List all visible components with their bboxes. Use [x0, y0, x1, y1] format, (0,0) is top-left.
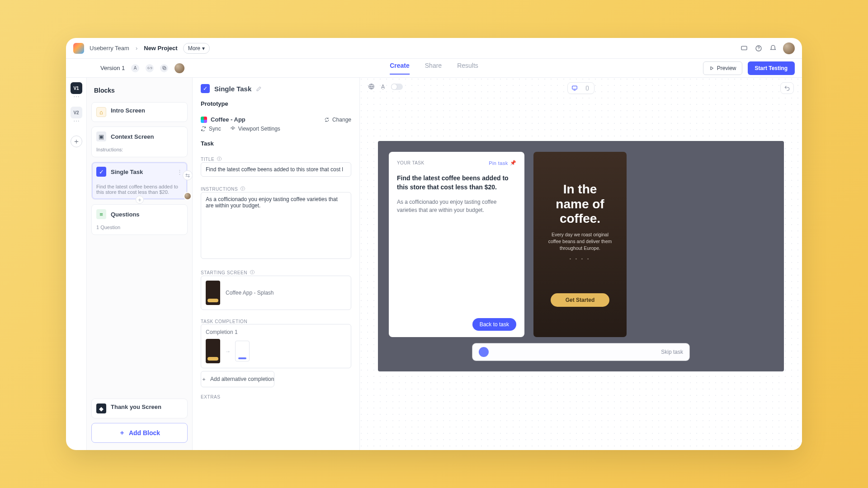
mobile-icon[interactable]: [583, 84, 591, 92]
plus-icon: ＋: [201, 375, 207, 383]
sync-button[interactable]: Sync: [201, 126, 221, 132]
drag-handle-icon[interactable]: ⇆: [183, 170, 193, 180]
version-rail: V1 ⋯ V2 ⋯ ＋: [66, 78, 87, 450]
block-questions-sub: 1 Question: [96, 225, 120, 230]
notifications-icon[interactable]: [769, 44, 778, 53]
starting-screen-label: STARTING SCREEN ⓘ: [201, 269, 351, 276]
block-context-screen[interactable]: ▣ Context Screen Instructions:: [91, 127, 188, 157]
progress-dot-icon: [479, 347, 489, 357]
add-version-button[interactable]: ＋: [71, 136, 82, 147]
globe-icon[interactable]: [368, 83, 375, 90]
pin-task-button[interactable]: Pin task 📌: [489, 160, 516, 166]
home-icon: ⌂: [96, 107, 106, 117]
block-questions-label: Questions: [111, 211, 140, 218]
svg-marker-5: [711, 66, 713, 70]
svg-rect-4: [163, 66, 165, 69]
info-icon[interactable]: ⓘ: [250, 269, 255, 276]
block-task-menu-icon[interactable]: ⋮: [177, 169, 183, 175]
your-task-label: YOUR TASK: [397, 160, 424, 165]
get-started-button[interactable]: Get Started: [551, 293, 609, 307]
block-single-task[interactable]: ✓ Single Task ⋮ Find the latest coffee b…: [91, 162, 188, 200]
task-completion-label: TASK COMPLETION: [201, 319, 351, 324]
edit-title-icon[interactable]: [256, 86, 262, 92]
breadcrumb-project[interactable]: New Project: [144, 45, 177, 52]
toggle-switch[interactable]: [391, 84, 403, 90]
skip-task-button[interactable]: Skip task: [661, 349, 683, 355]
copy-icon[interactable]: [160, 64, 168, 72]
present-icon[interactable]: [740, 44, 749, 53]
canvas-toolbar: Ạ: [368, 83, 403, 90]
title-label: TITLE ⓘ: [201, 156, 351, 162]
tab-share[interactable]: Share: [425, 62, 442, 75]
check-icon: ✓: [96, 167, 106, 177]
block-context-sub: Instructions:: [96, 147, 123, 152]
section-task-heading: Task: [201, 140, 351, 147]
phone-heading: In the name of coffee.: [545, 182, 615, 226]
phone-mock: In the name of coffee. Every day we roas…: [533, 152, 627, 337]
device-switch: [567, 82, 594, 94]
arrow-right-icon: →: [225, 348, 231, 355]
user-avatar[interactable]: [783, 42, 795, 54]
prototype-name: Coffee - App: [211, 116, 245, 123]
start-testing-button[interactable]: Start Testing: [748, 61, 795, 75]
carousel-dots: • • • •: [570, 257, 590, 261]
starting-screen-picker[interactable]: Coffee App - Splash: [201, 276, 351, 310]
version-chip-menu[interactable]: ⋯: [73, 96, 80, 98]
info-icon[interactable]: ⓘ: [217, 156, 222, 162]
breadcrumb-team[interactable]: Useberry Team: [90, 45, 129, 52]
svg-rect-8: [572, 86, 577, 89]
extras-label: EXTRAS: [201, 394, 351, 399]
canvas[interactable]: Ạ ➤: [360, 78, 802, 450]
task-instructions-input[interactable]: [201, 192, 351, 259]
block-task-label: Single Task: [111, 169, 143, 175]
desktop-icon[interactable]: [571, 84, 579, 92]
starting-screen-name: Coffee App - Splash: [226, 290, 274, 296]
tab-results[interactable]: Results: [457, 62, 478, 75]
version-chip-menu-2[interactable]: ⋯: [73, 120, 80, 122]
flag-icon: ◆: [96, 404, 106, 413]
change-label: Change: [332, 117, 351, 123]
sidebar-heading: Blocks: [94, 87, 185, 94]
completion-thumb-start: [206, 339, 220, 363]
more-button[interactable]: More ▾: [183, 43, 210, 54]
plus-icon: ＋: [119, 429, 125, 437]
back-to-task-button[interactable]: Back to task: [472, 318, 516, 331]
preview-button[interactable]: Preview: [703, 61, 742, 75]
main: V1 ⋯ V2 ⋯ ＋ Blocks ⌂ Intro Screen ▣ Cont…: [66, 78, 802, 450]
completion-thumb-end: [235, 341, 250, 361]
add-block-between-button[interactable]: ＋: [136, 196, 144, 204]
version-chip-v1[interactable]: V1: [71, 82, 82, 94]
badge-a-icon[interactable]: A: [131, 64, 139, 72]
block-thank-you[interactable]: ◆ Thank you Screen: [91, 399, 188, 418]
block-questions[interactable]: ≡ Questions 1 Question: [91, 204, 188, 235]
completion-card[interactable]: Completion 1 →: [201, 324, 351, 368]
collaborator-avatar[interactable]: [175, 63, 184, 73]
section-prototype-heading: Prototype: [201, 100, 351, 107]
tab-create[interactable]: Create: [390, 62, 410, 75]
block-intro-screen[interactable]: ⌂ Intro Screen: [91, 102, 188, 122]
a11y-icon[interactable]: Ạ: [381, 84, 385, 90]
svg-rect-3: [163, 67, 166, 70]
version-label[interactable]: Version 1: [100, 65, 125, 71]
task-panel: YOUR TASK Pin task 📌 Find the latest cof…: [389, 152, 524, 337]
svg-point-6: [232, 128, 233, 130]
info-icon[interactable]: ⓘ: [241, 186, 245, 192]
link-off-icon[interactable]: [146, 64, 154, 72]
svg-rect-0: [741, 46, 747, 50]
undo-button[interactable]: [780, 82, 794, 94]
add-block-button[interactable]: ＋ Add Block: [91, 423, 188, 443]
add-alternative-completion-button[interactable]: ＋ Add alternative completion: [201, 371, 274, 387]
help-icon[interactable]: [754, 44, 763, 53]
main-tabs: Create Share Results: [390, 62, 478, 75]
viewport-settings-button[interactable]: Viewport Settings: [230, 126, 280, 132]
version-chip-v2[interactable]: V2: [71, 107, 82, 118]
detail-panel: ✓ Single Task Prototype Coffee - App Cha…: [193, 78, 360, 450]
task-title-input[interactable]: [201, 162, 351, 177]
note-icon: ▣: [96, 131, 106, 141]
change-prototype-button[interactable]: Change: [324, 117, 351, 123]
chevron-down-icon: ▾: [202, 45, 205, 52]
svg-rect-9: [586, 86, 589, 90]
preview-task-title: Find the latest coffee beens added to th…: [397, 174, 516, 192]
app-logo: [73, 43, 84, 54]
block-intro-label: Intro Screen: [111, 107, 145, 114]
